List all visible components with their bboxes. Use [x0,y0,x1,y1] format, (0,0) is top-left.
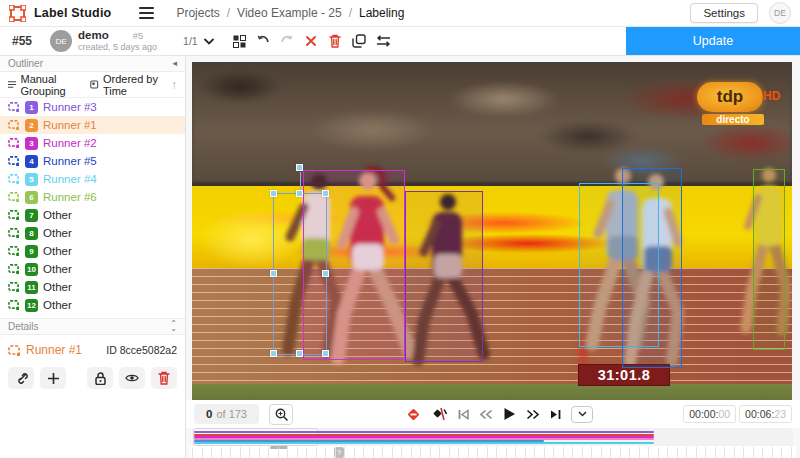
ruler-tick [506,447,507,458]
swap-arrows-icon[interactable] [376,34,391,49]
outliner-header: Outliner ◂ [0,56,185,72]
region-row[interactable]: 3 Runner #2 [0,134,185,152]
link-region-button[interactable] [8,367,34,389]
region-row[interactable]: 8 Other [0,224,185,242]
manual-grouping-button[interactable]: Manual Grouping [8,73,85,97]
resize-handle[interactable] [270,350,277,357]
box-runner-3[interactable] [405,191,483,362]
region-row[interactable]: 1 Runner #3 [0,98,185,116]
region-index-badge: 7 [25,209,38,222]
resize-handle[interactable] [322,270,329,277]
frames-ruler[interactable]: ? [190,446,796,458]
ruler-tick [544,447,545,458]
ruler-tick [743,447,744,458]
timeline-zoom-button[interactable] [269,404,293,425]
region-label: Runner #3 [43,101,97,113]
view-all-grid-icon[interactable] [232,34,247,49]
skip-to-start-icon[interactable] [458,409,469,420]
ruler-tick [477,447,478,458]
ruler-tick [496,447,497,458]
region-row[interactable]: 10 Other [0,260,185,278]
hide-region-eye-button[interactable] [119,367,145,389]
region-label: Other [43,245,72,257]
skip-to-end-icon[interactable] [550,409,561,420]
timeline-track [194,442,654,444]
resize-handle[interactable] [296,190,303,197]
tv-logo-hd: HD [763,89,780,103]
region-row[interactable]: 2 Runner #1 [0,116,185,134]
ruler-tick [601,447,602,458]
collapse-panel-icon[interactable]: ◂ [172,59,177,68]
resize-handle[interactable] [322,190,329,197]
rotation-handle[interactable] [296,164,303,171]
ruler-tick [734,447,735,458]
lock-region-button[interactable] [87,367,113,389]
timeline-minimap[interactable] [193,428,793,446]
ruler-scroll-thumb[interactable] [270,446,288,449]
ruler-tick [230,447,231,458]
step-backward-icon[interactable] [479,409,493,420]
sort-direction-up-icon[interactable]: ↑ [171,78,177,92]
ruler-tick [620,447,621,458]
redo-icon[interactable] [280,34,295,49]
box-runner-6[interactable] [753,169,785,350]
region-row[interactable]: 7 Other [0,206,185,224]
resize-handle[interactable] [296,350,303,357]
region-rect-icon [8,246,20,256]
ruler-tick [192,447,193,458]
breadcrumb-project-name[interactable]: Video Example - 25 [237,6,342,20]
region-label: Runner #1 [43,119,97,131]
region-row[interactable]: 12 Other [0,296,185,314]
duplicate-copy-icon[interactable] [352,34,367,49]
annotation-dropdown-chevron-icon[interactable] [204,38,214,45]
box-runner-5[interactable] [622,168,682,368]
frame-total: of 173 [216,408,247,420]
step-forward-icon[interactable] [526,409,540,420]
breadcrumb-projects[interactable]: Projects [176,6,219,20]
ordered-by-time-button[interactable]: Ordered by Time [90,73,166,97]
region-rect-icon [8,138,20,148]
undo-icon[interactable] [256,34,271,49]
ruler-tick [382,447,383,458]
app-title: Label Studio [34,6,111,20]
ruler-tick [610,447,611,458]
reject-x-icon[interactable] [304,34,319,49]
ruler-tick [781,447,782,458]
ruler-tick [363,447,364,458]
user-avatar[interactable]: DE [769,2,791,24]
breadcrumb-current: Labeling [359,6,404,20]
annotator-name: demo [78,29,109,42]
keyframe-toggle-icon[interactable] [406,407,421,422]
task-bar: #55 DE demo #5 created, 5 days ago 1/1 [0,27,800,56]
details-title: Details [8,321,39,332]
top-bar: Label Studio Projects / Video Example - … [0,0,800,27]
more-options-chevron-button[interactable] [571,406,593,423]
playback-controls: 0 of 173 [186,400,800,428]
update-button[interactable]: Update [626,27,800,55]
region-row[interactable]: 9 Other [0,242,185,260]
settings-button[interactable]: Settings [690,3,758,23]
play-button[interactable] [503,407,516,421]
resize-handle[interactable] [270,190,277,197]
ruler-tick [582,447,583,458]
add-relation-button[interactable] [40,367,66,389]
menu-hamburger-icon[interactable] [139,7,154,19]
resize-handle[interactable] [322,350,329,357]
region-row[interactable]: 6 Runner #6 [0,188,185,206]
region-rect-icon [8,300,20,310]
label-studio-logo-icon[interactable] [9,5,26,22]
ruler-tick [648,447,649,458]
delete-trash-icon[interactable] [328,34,343,49]
region-row[interactable]: 4 Runner #5 [0,152,185,170]
ruler-tick [306,447,307,458]
box-runner-1[interactable] [273,193,327,355]
resize-handle[interactable] [270,270,277,277]
region-label: Runner #6 [43,191,97,203]
region-row[interactable]: 5 Runner #4 [0,170,185,188]
video-canvas[interactable]: tdp HD directo 31:01.8 [192,62,792,400]
details-collapse-icon[interactable]: ⌃⌄ [170,322,177,331]
keyframe-cut-icon[interactable] [431,407,448,421]
region-row[interactable]: 11 Other [0,278,185,296]
delete-region-button[interactable] [151,367,177,389]
annotation-created: created, 5 days ago [78,43,157,53]
